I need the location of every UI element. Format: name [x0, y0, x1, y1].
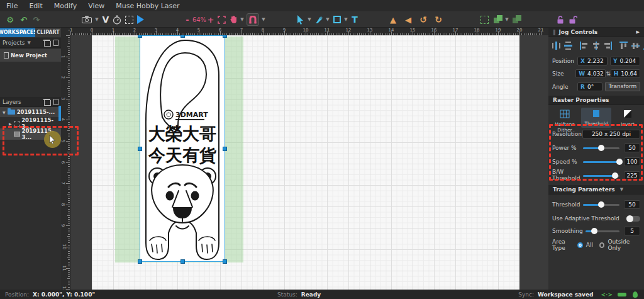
power-value[interactable]: 50	[624, 144, 640, 152]
align-center-horizontal-icon[interactable]	[592, 42, 600, 51]
select-all-icon[interactable]	[479, 13, 489, 26]
project-row-new-project[interactable]: New Project	[0, 49, 61, 62]
resolution-select[interactable]: 250 x 250 dpi	[582, 130, 640, 138]
align-middle-vertical-icon[interactable]	[631, 42, 640, 51]
menu-muse-hobby-laser[interactable]: Muse Hobby Laser	[116, 2, 179, 10]
capture-area-icon[interactable]	[124, 13, 134, 26]
smoothing-label: Smoothing	[552, 228, 581, 234]
area-all-radio[interactable]	[577, 242, 582, 248]
pen-tool-icon[interactable]	[314, 13, 324, 26]
select-cursor-icon[interactable]	[296, 13, 306, 26]
select-dropdown-caret[interactable]: ▼	[307, 13, 312, 26]
pan-dropdown-caret[interactable]: ▼	[240, 13, 245, 26]
ungroup-icon[interactable]	[512, 13, 522, 26]
layer-row-vector[interactable]: ▶ 20191115-3...	[0, 118, 61, 128]
tab-workspaces[interactable]: WORKSPACES	[0, 28, 35, 37]
unlock-icon[interactable]	[568, 13, 578, 26]
smoothing-value[interactable]: 5	[624, 227, 640, 235]
settings-gear-icon[interactable]: ⚙	[5, 13, 15, 26]
design-image[interactable]: 3DMART 大榮大哥 今天有貨	[140, 35, 225, 262]
status-bar: Position: X: 0.000", Y: 0.100" Status: R…	[0, 290, 644, 299]
menu-modify[interactable]: Modify	[54, 2, 77, 10]
angle-field[interactable]: R0°	[577, 82, 602, 91]
distribute-vertical-icon[interactable]	[564, 42, 572, 51]
lock-icon[interactable]	[555, 13, 565, 26]
jog-controls-header[interactable]: ‖ Jog Controls ▶	[548, 28, 644, 37]
snap-magnet-icon[interactable]	[247, 13, 259, 26]
rotate-cw-icon[interactable]: ↻	[433, 13, 444, 26]
layers-title: Layers	[3, 99, 21, 105]
resolution-label: Resolution	[552, 131, 582, 137]
menu-file[interactable]: File	[6, 2, 18, 10]
position-x-field[interactable]: X2.232	[577, 57, 608, 65]
logo-3dmart: 3DMART	[164, 110, 208, 120]
redo-icon[interactable]: ↷	[31, 13, 42, 26]
add-layer-icon[interactable]	[53, 99, 58, 105]
tracing-parameters-header[interactable]: Tracing Parameters ▼	[548, 185, 644, 195]
zoom-fit-icon[interactable]	[216, 13, 226, 26]
align-right-icon[interactable]	[604, 42, 612, 51]
vector-mode-icon[interactable]: V	[101, 13, 110, 26]
undo-icon[interactable]: ↶	[19, 13, 29, 26]
align-left-icon[interactable]	[580, 42, 588, 51]
position-y-field[interactable]: Y0.204	[610, 57, 640, 65]
text-tool-icon[interactable]: T	[350, 13, 359, 26]
menu-view[interactable]: View	[88, 2, 104, 10]
align-top-icon[interactable]	[619, 42, 628, 51]
mode-threshold-active[interactable]: Threshold	[581, 108, 611, 128]
workspace-bed[interactable]: 3DMART 大榮大哥 今天有貨	[92, 35, 519, 290]
size-h-field[interactable]: H10.64	[611, 69, 640, 78]
bw-threshold-value[interactable]: 225	[624, 171, 640, 180]
menu-edit[interactable]: Edit	[29, 2, 42, 10]
camera-dropdown-caret[interactable]: ▼	[94, 13, 99, 26]
group-dropdown-caret[interactable]: ▼	[504, 13, 509, 26]
speed-slider[interactable]	[583, 161, 619, 163]
projects-collapse-caret[interactable]: ▼	[27, 40, 30, 45]
shape-tool-icon[interactable]	[332, 13, 342, 26]
transform-button[interactable]: Transform	[605, 82, 640, 91]
layer-row-group[interactable]: ▼ 20191115-...	[0, 107, 61, 117]
zoom-out-button[interactable]: -	[185, 13, 190, 26]
new-project-icon[interactable]	[53, 40, 58, 46]
adaptive-threshold-toggle[interactable]	[626, 216, 640, 222]
right-panel: ‖ Jog Controls ▶ Position X2.232 Y0.204 …	[548, 28, 644, 290]
bw-threshold-slider[interactable]	[583, 175, 619, 177]
pen-dropdown-caret[interactable]: ▼	[325, 13, 330, 26]
layers-trash-icon[interactable]	[44, 99, 50, 105]
battery-icon	[618, 293, 626, 296]
snap-dropdown-caret[interactable]: ▼	[261, 13, 266, 26]
canvas-area[interactable]: 3DMART 大榮大哥 今天有貨	[70, 35, 548, 290]
area-outside-radio[interactable]	[599, 242, 604, 248]
shape-dropdown-caret[interactable]: ▼	[343, 13, 348, 26]
rotate-ccw-icon[interactable]: ↺	[418, 13, 429, 26]
trace-threshold-value[interactable]: 50	[624, 200, 640, 209]
group-icon[interactable]	[493, 13, 503, 26]
tracing-collapse-caret[interactable]: ▼	[620, 187, 623, 192]
zoom-in-button[interactable]: +	[208, 13, 213, 26]
mode-invert[interactable]: Invert	[613, 110, 643, 127]
flip-horizontal-icon[interactable]: ◀	[402, 13, 414, 26]
layer-expand-caret-2[interactable]: ▶	[9, 121, 12, 126]
timer-icon[interactable]	[112, 13, 122, 26]
trace-threshold-slider[interactable]	[583, 204, 619, 206]
power-slider[interactable]	[583, 147, 619, 149]
run-job-play-icon[interactable]	[136, 13, 145, 26]
adaptive-threshold-row: Use Adaptive Threshold	[552, 214, 640, 223]
resolution-row: Resolution 250 x 250 dpi	[552, 130, 640, 138]
projects-trash-icon[interactable]	[44, 40, 50, 46]
raster-properties-header[interactable]: Raster Properties	[548, 96, 644, 105]
distribute-horizontal-icon[interactable]	[552, 42, 560, 51]
jog-expand-caret[interactable]: ▶	[636, 30, 640, 35]
flip-vertical-icon[interactable]: ▲	[387, 13, 399, 26]
smoothing-slider[interactable]	[586, 230, 619, 232]
layer-expand-caret[interactable]: ▼	[3, 110, 6, 115]
aspect-link-icon[interactable]: ⇅	[606, 71, 611, 77]
speed-value[interactable]: 100	[624, 157, 640, 166]
size-w-field[interactable]: W4.032	[575, 69, 606, 78]
statusbar-status-label: Status:	[277, 291, 297, 298]
zoom-level[interactable]: 64%	[191, 13, 208, 26]
camera-icon[interactable]	[80, 13, 93, 26]
bw-threshold-row: B/WThreshold 225	[552, 170, 640, 181]
pan-hand-icon[interactable]	[228, 13, 238, 26]
tab-clipart[interactable]: CLIPART	[35, 28, 61, 37]
